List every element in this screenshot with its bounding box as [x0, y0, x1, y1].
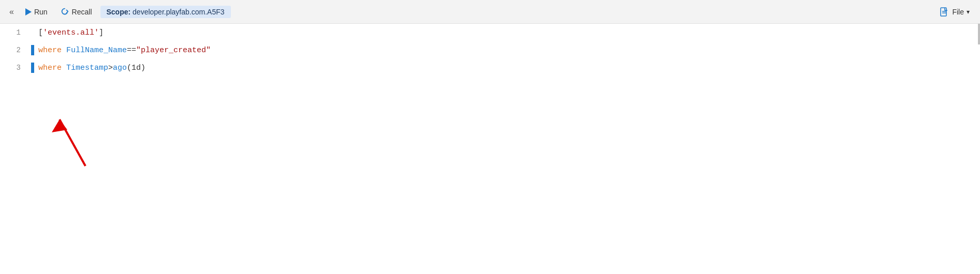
token-timestamp-3: Timestamp: [66, 64, 108, 72]
token-bracket-open-1: [: [38, 28, 43, 37]
code-line-2: 2 where FullName_Name == "player_created…: [0, 41, 980, 59]
line-number-2: 2: [0, 46, 31, 54]
svg-marker-4: [52, 119, 67, 132]
token-ago-args-3: (1d): [127, 64, 145, 72]
token-ago-3: ago: [113, 64, 127, 72]
code-content-3: where Timestamp > ago(1d): [38, 64, 145, 72]
code-line-3: 3 where Timestamp > ago(1d): [0, 59, 980, 77]
arrow-annotation: [49, 104, 101, 173]
scope-value: developer.playfab.com.A5F3: [133, 8, 224, 16]
chevron-down-icon: ▾: [967, 8, 970, 16]
token-gt-3: >: [108, 64, 113, 72]
token-where-3: where: [38, 64, 62, 72]
toolbar-right: File ▾: [935, 5, 974, 19]
token-bracket-close-1: ]: [99, 28, 104, 37]
file-label: File: [952, 8, 964, 16]
code-line-1: 1 ['events.all']: [0, 24, 980, 41]
token-where-2: where: [38, 46, 62, 55]
line-indicator-2: [31, 45, 34, 55]
recall-icon: [60, 7, 69, 17]
recall-label: Recall: [72, 8, 92, 16]
token-string-1: 'events.all': [43, 28, 99, 37]
scrollbar[interactable]: [978, 24, 980, 44]
run-label: Run: [34, 8, 48, 16]
file-button[interactable]: File ▾: [935, 5, 974, 19]
token-space-3: [62, 64, 66, 72]
token-op-2: ==: [127, 46, 136, 55]
token-field-2: FullName_Name: [66, 46, 127, 55]
svg-rect-0: [941, 8, 946, 16]
toolbar: « Run Recall Scope: developer.playfab.co…: [0, 0, 980, 24]
collapse-icon: «: [9, 7, 14, 17]
editor-area: 1 ['events.all'] 2 where FullName_Name =…: [0, 24, 980, 274]
collapse-button[interactable]: «: [6, 5, 17, 19]
file-icon: [939, 7, 949, 17]
arrow-svg: [49, 104, 101, 171]
code-content-2: where FullName_Name == "player_created": [38, 46, 211, 55]
token-value-2: "player_created": [136, 46, 211, 55]
recall-button[interactable]: Recall: [56, 5, 96, 19]
run-button[interactable]: Run: [21, 6, 52, 18]
svg-line-3: [60, 119, 85, 166]
code-content-1: ['events.all']: [38, 28, 104, 37]
scope-prefix: Scope:: [107, 8, 131, 16]
line-number-3: 3: [0, 64, 31, 72]
line-number-1: 1: [0, 28, 31, 37]
toolbar-left: « Run Recall Scope: developer.playfab.co…: [6, 5, 231, 19]
line-indicator-3: [31, 63, 34, 73]
token-space-2: [62, 46, 66, 55]
scope-badge: Scope: developer.playfab.com.A5F3: [100, 6, 231, 18]
run-icon: [25, 8, 32, 16]
